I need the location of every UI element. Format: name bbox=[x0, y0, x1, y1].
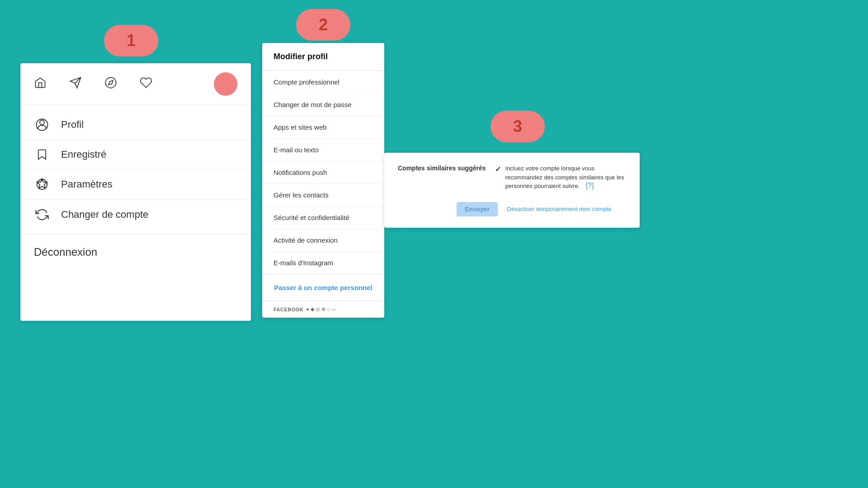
menu-item-enregistre[interactable]: Enregistré bbox=[20, 140, 251, 169]
settings-header: Modifier profil bbox=[262, 43, 384, 71]
deconnexion-label: Déconnexion bbox=[34, 246, 97, 258]
profil-label: Profil bbox=[61, 119, 84, 131]
bookmark-icon bbox=[34, 148, 50, 161]
send-icon[interactable] bbox=[69, 76, 82, 92]
menu-item-changer-compte[interactable]: Changer de compte bbox=[20, 200, 251, 230]
switch-icon bbox=[34, 208, 50, 221]
settings-title: Modifier profil bbox=[274, 52, 328, 61]
step2-label: 2 bbox=[296, 9, 350, 41]
step1-label: 1 bbox=[104, 25, 158, 56]
parametres-label: Paramètres bbox=[61, 178, 113, 190]
settings-menu-panel: Modifier profil Compte professionnel Cha… bbox=[262, 43, 384, 318]
settings-item-compte-professionnel[interactable]: Compte professionnel bbox=[262, 71, 384, 94]
svg-marker-2 bbox=[108, 80, 113, 85]
settings-item-activite[interactable]: Activité de connexion bbox=[262, 229, 384, 252]
envoyer-button[interactable]: Envoyer bbox=[457, 202, 498, 216]
nav-bar bbox=[20, 63, 251, 105]
settings-icon bbox=[34, 178, 50, 191]
social-icons: ● ◆ ◎ ⊕ ○ — bbox=[306, 306, 336, 312]
svg-point-1 bbox=[105, 77, 116, 88]
panel2-footer: FACEBOOK ● ◆ ◎ ⊕ ○ — bbox=[262, 300, 384, 318]
deactivate-account-link[interactable]: Désactiver temporairement mon compte bbox=[507, 206, 611, 212]
menu-item-profil[interactable]: Profil bbox=[20, 110, 251, 140]
changer-compte-label: Changer de compte bbox=[61, 209, 148, 221]
side-menu: Profil Enregistré Paramètres bbox=[20, 105, 251, 234]
avatar[interactable] bbox=[214, 72, 237, 96]
compass-icon[interactable] bbox=[104, 76, 117, 92]
heart-icon[interactable] bbox=[140, 76, 152, 92]
checkbox-area: ✓ Incluez votre compte lorsque vous reco… bbox=[495, 164, 626, 191]
instagram-menu-panel: Profil Enregistré Paramètres bbox=[20, 63, 251, 321]
settings-item-contacts[interactable]: Gérer les contacts bbox=[262, 184, 384, 206]
settings-item-apps[interactable]: Apps et sites web bbox=[262, 116, 384, 139]
checkmark-icon[interactable]: ✓ bbox=[495, 165, 501, 174]
step3-label: 3 bbox=[491, 111, 545, 142]
settings-item-notifications[interactable]: Notifications push bbox=[262, 161, 384, 184]
panel3-actions: Envoyer Désactiver temporairement mon co… bbox=[457, 202, 626, 216]
home-icon[interactable] bbox=[34, 76, 47, 92]
profil-icon bbox=[34, 118, 50, 131]
settings-item-emails[interactable]: E-mails d'Instagram bbox=[262, 252, 384, 274]
menu-item-deconnexion[interactable]: Déconnexion bbox=[20, 234, 251, 270]
help-link[interactable]: [?] bbox=[586, 182, 594, 189]
svg-point-3 bbox=[40, 120, 44, 125]
settings-item-email-texto[interactable]: E-mail ou texto bbox=[262, 139, 384, 161]
similar-accounts-panel: Comptes similaires suggérés ✓ Incluez vo… bbox=[384, 153, 640, 228]
switch-to-personal-link[interactable]: Passer à un compte personnel bbox=[262, 274, 384, 300]
menu-item-parametres[interactable]: Paramètres bbox=[20, 169, 251, 200]
settings-item-securite[interactable]: Sécurité et confidentialité bbox=[262, 206, 384, 229]
enregistre-label: Enregistré bbox=[61, 149, 106, 160]
facebook-label: FACEBOOK bbox=[274, 307, 303, 312]
similar-accounts-content: Comptes similaires suggérés ✓ Incluez vo… bbox=[398, 164, 626, 191]
similar-accounts-label: Comptes similaires suggérés bbox=[398, 164, 486, 191]
settings-item-changer-mdp[interactable]: Changer de mot de passe bbox=[262, 94, 384, 116]
similar-accounts-description: Incluez votre compte lorsque vous recomm… bbox=[505, 164, 626, 191]
